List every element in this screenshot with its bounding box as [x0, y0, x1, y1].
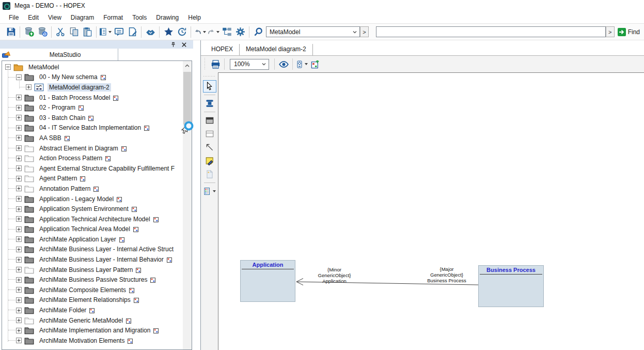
tree-item[interactable]: ArchiMate Business Layer Pattern	[2, 265, 192, 275]
expander-plus-icon[interactable]	[16, 287, 22, 293]
expander-plus-icon[interactable]	[16, 267, 22, 272]
expander-plus-icon[interactable]	[16, 115, 22, 120]
tree-item[interactable]: ArchiMate Folder	[2, 305, 192, 315]
menu-view[interactable]: View	[43, 12, 66, 23]
tree-item[interactable]: Agent Pattern	[2, 174, 192, 184]
node-application[interactable]: Application	[240, 260, 295, 302]
menu-format[interactable]: Format	[99, 12, 128, 23]
menu-diagram[interactable]: Diagram	[66, 12, 99, 23]
note-tool-icon[interactable]	[203, 155, 216, 167]
export-image-icon[interactable]	[308, 57, 322, 71]
tree-item[interactable]: Application System Environment	[2, 204, 192, 214]
pointer-tool-icon[interactable]	[203, 80, 216, 93]
menu-drawing[interactable]: Drawing	[151, 12, 183, 23]
paste-icon[interactable]	[81, 25, 94, 39]
print-icon[interactable]	[209, 57, 222, 71]
tree-item[interactable]: Application Technical Area Model	[2, 224, 192, 235]
outline-box-tool-icon[interactable]	[203, 128, 216, 140]
expander-plus-icon[interactable]	[16, 105, 22, 111]
menu-help[interactable]: Help	[183, 12, 206, 23]
tree-item[interactable]: Application Technical Architecture Model	[2, 214, 192, 224]
edit-document-icon[interactable]	[125, 25, 139, 39]
tree-item[interactable]: ArchiMate Motivation Elements	[2, 336, 192, 346]
tab-hopex[interactable]: HOPEX	[205, 44, 239, 55]
tree-item[interactable]: Application - Legacy Model	[2, 194, 192, 204]
tree-item[interactable]: ArchiMate Composite Elements	[2, 285, 192, 295]
expander-plus-icon[interactable]	[16, 317, 22, 323]
scroll-up-arrow-icon[interactable]	[183, 61, 192, 70]
history-icon[interactable]	[175, 25, 189, 39]
redo-icon[interactable]	[207, 25, 220, 39]
copy-icon[interactable]	[67, 25, 81, 39]
expander-plus-icon[interactable]	[16, 338, 22, 343]
scrollbar-thumb[interactable]	[183, 72, 191, 125]
gear-icon[interactable]	[233, 25, 247, 39]
tree-item[interactable]: ArchiMate Application Layer	[2, 234, 192, 245]
cut-icon[interactable]	[54, 25, 67, 39]
undo-icon[interactable]	[193, 25, 207, 39]
tree-item[interactable]: 01 - Batch Process Model	[2, 93, 192, 103]
chevron-down-icon[interactable]	[352, 29, 357, 35]
expander-plus-icon[interactable]	[16, 196, 22, 202]
tab-metastudio[interactable]: MetaStudio	[12, 49, 118, 60]
tree-scrollbar[interactable]	[183, 61, 192, 349]
tree-item[interactable]: 04 - IT Service Batch Implementation	[2, 123, 192, 133]
handshake-icon[interactable]	[144, 25, 157, 39]
find-button[interactable]: Find	[618, 28, 640, 36]
database-refresh-icon[interactable]	[36, 25, 49, 39]
comment-icon[interactable]	[112, 25, 125, 39]
tree-item[interactable]: ArchiMate Generic MetaModel	[2, 315, 192, 326]
save-icon[interactable]	[4, 25, 18, 39]
panel-splitter[interactable]	[193, 40, 200, 350]
object-stack-tool-icon[interactable]	[203, 97, 216, 110]
palette-gripper[interactable]	[203, 75, 216, 78]
menu-edit[interactable]: Edit	[23, 12, 43, 23]
node-business-process[interactable]: Business Process	[478, 265, 544, 307]
format-options-tool-icon[interactable]	[203, 185, 216, 197]
tree-item[interactable]: Abstract Element in Diagram	[2, 143, 192, 154]
tree-item[interactable]: MetaModel diagram-2	[2, 82, 192, 93]
tree-item[interactable]: ArchiMate Implementation and Migration	[2, 325, 192, 336]
expander-plus-icon[interactable]	[16, 125, 22, 131]
favorite-star-icon[interactable]	[162, 25, 175, 39]
expander-plus-icon[interactable]	[16, 328, 22, 333]
expander-plus-icon[interactable]	[16, 226, 22, 232]
expander-plus-icon[interactable]	[16, 176, 22, 181]
secondary-search-go-button[interactable]: >	[606, 26, 615, 37]
visibility-icon[interactable]	[277, 57, 290, 71]
expander-plus-icon[interactable]	[16, 308, 22, 313]
tab-metamodel-diagram-2[interactable]: MetaModel diagram-2	[239, 44, 313, 55]
tree-item[interactable]: AA SBB	[2, 133, 192, 143]
expander-plus-icon[interactable]	[16, 236, 22, 242]
connector-label-minor[interactable]: {Minor GenericObject} Application	[307, 267, 362, 284]
tree-view-icon[interactable]	[99, 25, 112, 39]
menu-tools[interactable]: Tools	[128, 12, 151, 23]
search-icon[interactable]	[252, 25, 265, 39]
expander-plus-icon[interactable]	[16, 277, 22, 283]
tree-item[interactable]: Annotation Pattern	[2, 184, 192, 194]
hierarchy-copy-icon[interactable]	[220, 25, 233, 39]
expander-plus-icon[interactable]	[16, 156, 22, 161]
expander-plus-icon[interactable]	[16, 135, 22, 141]
tree-item[interactable]: ArchiMate Business Passive Structures	[2, 275, 192, 285]
tree-item[interactable]: ArchiMate Business Layer - Internal Acti…	[2, 245, 192, 255]
secondary-search-input[interactable]	[376, 26, 606, 37]
tree-item[interactable]: ArchiMate Element Relationships	[2, 295, 192, 306]
tree-item[interactable]: 02 - Program	[2, 102, 192, 113]
zoom-select[interactable]: 100%	[230, 59, 269, 70]
tree-item[interactable]: 00 - My New schema	[2, 72, 192, 83]
expander-plus-icon[interactable]	[16, 165, 22, 171]
expander-plus-icon[interactable]	[16, 216, 22, 222]
expander-plus-icon[interactable]	[16, 145, 22, 151]
expander-plus-icon[interactable]	[16, 206, 22, 212]
diagram-canvas[interactable]: Application Business Process {Minor Gene…	[218, 72, 644, 350]
search-scope-go-button[interactable]: >	[360, 26, 369, 37]
filled-box-tool-icon[interactable]	[203, 114, 216, 127]
expander-plus-icon[interactable]	[26, 84, 32, 90]
expander-plus-icon[interactable]	[16, 186, 22, 191]
expander-plus-icon[interactable]	[16, 95, 22, 100]
tree-item[interactable]: ArchiMate Business Layer - Internal Beha…	[2, 254, 192, 265]
close-icon[interactable]	[181, 42, 187, 48]
tree-item[interactable]: Action Process Pattern	[2, 153, 192, 163]
search-input[interactable]: MetaModel	[266, 26, 360, 37]
